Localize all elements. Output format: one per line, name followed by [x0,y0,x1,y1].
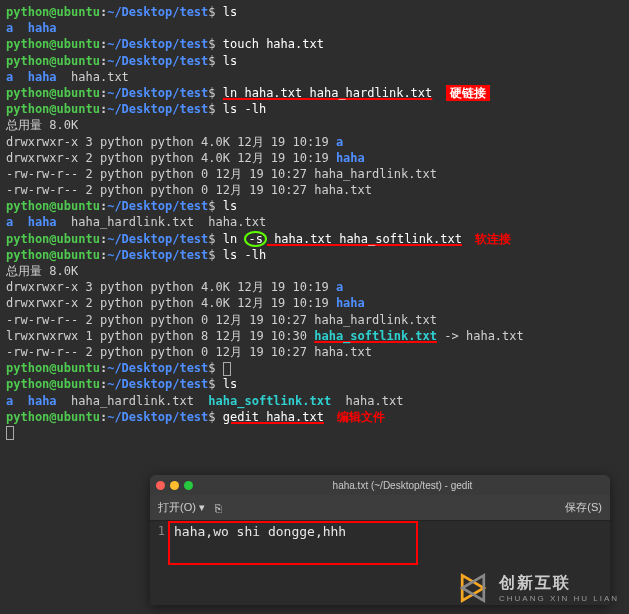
terminal-line: python@ubuntu:~/Desktop/test$ ls [6,53,623,69]
ll-row: -rw-rw-r-- 2 python python 0 12月 19 10:2… [6,312,623,328]
cursor-icon [223,362,231,376]
ls-output: a haha haha.txt [6,69,623,85]
annotation-editfile: 编辑文件 [337,410,385,424]
gedit-titlebar[interactable]: haha.txt (~/Desktop/test) - gedit [150,475,610,495]
line-gutter: 1 [150,521,168,605]
cmd-ls: ls [223,5,237,19]
new-document-icon[interactable]: ⎘ [215,502,222,514]
cmd-gedit: gedit haha.txt [223,410,324,424]
watermark-text-cn: 创新互联 [499,573,619,594]
ls-output: a haha [6,20,623,36]
minimize-icon[interactable] [170,481,179,490]
terminal-line: python@ubuntu:~/Desktop/test$ ln haha.tx… [6,85,623,101]
total-size: 总用量 8.0K [6,117,623,133]
annotation-red-box [168,521,418,565]
terminal-line: python@ubuntu:~/Desktop/test$ [6,360,623,376]
annotation-circle-s: -s [244,231,266,247]
ls-output: a haha haha_hardlink.txt haha.txt [6,214,623,230]
terminal-line: python@ubuntu:~/Desktop/test$ touch haha… [6,36,623,52]
terminal-line: python@ubuntu:~/Desktop/test$ ls [6,376,623,392]
ls-output: a haha haha_hardlink.txt haha_softlink.t… [6,393,623,409]
terminal-line: python@ubuntu:~/Desktop/test$ ln -s haha… [6,231,623,247]
ll-row: drwxrwxr-x 2 python python 4.0K 12月 19 1… [6,295,623,311]
maximize-icon[interactable] [184,481,193,490]
annotation-softlink: 软连接 [475,232,511,246]
terminal-line: python@ubuntu:~/Desktop/test$ ls -lh [6,247,623,263]
cursor-icon [6,426,14,440]
ll-row: lrwxrwxrwx 1 python python 8 12月 19 10:3… [6,328,623,344]
terminal-line: python@ubuntu:~/Desktop/test$ ls [6,4,623,20]
cmd-ln-hard: ln haha.txt haha_hardlink.txt [223,86,433,100]
terminal-line: python@ubuntu:~/Desktop/test$ ls -lh [6,101,623,117]
ll-row: -rw-rw-r-- 2 python python 0 12月 19 10:2… [6,182,623,198]
terminal[interactable]: python@ubuntu:~/Desktop/test$ ls a haha … [0,0,629,441]
chevron-down-icon: ▾ [199,501,205,513]
watermark-logo-icon [455,570,491,606]
open-button[interactable]: 打开(O) ▾ [158,500,205,515]
prompt-user: python@ubuntu [6,5,100,19]
watermark: 创新互联 CHUANG XIN HU LIAN [455,570,619,606]
close-icon[interactable] [156,481,165,490]
window-controls[interactable] [156,481,193,490]
watermark-text-en: CHUANG XIN HU LIAN [499,594,619,603]
terminal-line [6,425,623,441]
ll-row: drwxrwxr-x 3 python python 4.0K 12月 19 1… [6,134,623,150]
cmd-ls-lh: ls -lh [223,102,266,116]
ll-row: drwxrwxr-x 3 python python 4.0K 12月 19 1… [6,279,623,295]
annotation-hardlink: 硬链接 [446,85,490,101]
ll-row: -rw-rw-r-- 2 python python 0 12月 19 10:2… [6,166,623,182]
save-button[interactable]: 保存(S) [565,500,602,515]
terminal-line: python@ubuntu:~/Desktop/test$ ls [6,198,623,214]
gedit-title: haha.txt (~/Desktop/test) - gedit [201,480,604,491]
cmd-touch: touch haha.txt [223,37,324,51]
ll-row: -rw-rw-r-- 2 python python 0 12月 19 10:2… [6,344,623,360]
cmd-ln-soft: haha.txt haha_softlink.txt [267,232,462,246]
gedit-toolbar: 打开(O) ▾ ⎘ 保存(S) [150,495,610,521]
ll-row: drwxrwxr-x 2 python python 4.0K 12月 19 1… [6,150,623,166]
prompt-path: ~/Desktop/test [107,5,208,19]
terminal-line: python@ubuntu:~/Desktop/test$ gedit haha… [6,409,623,425]
